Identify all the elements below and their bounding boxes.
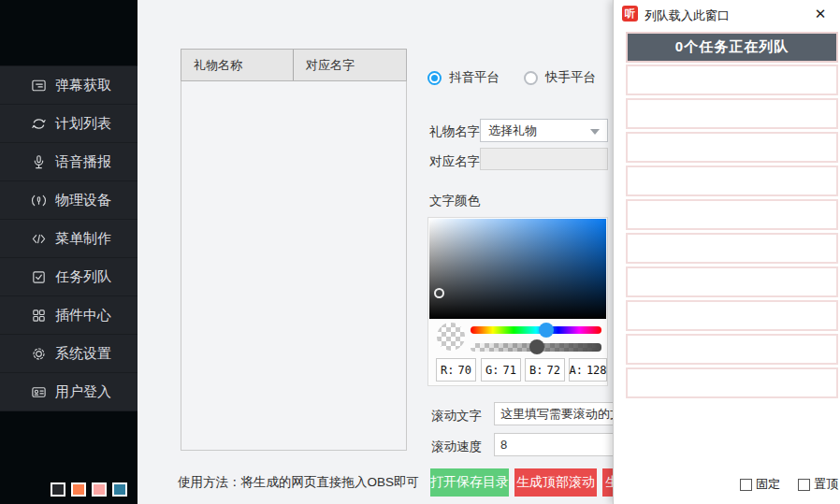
id-card-icon [31, 384, 47, 400]
radio-douyin-label: 抖音平台 [449, 69, 500, 86]
chevron-down-icon [590, 129, 600, 135]
gift-table-header: 礼物名称 对应名字 [181, 49, 407, 81]
queue-row [626, 132, 838, 163]
scroll-speed-input[interactable] [494, 433, 622, 456]
queue-status-header: 0个任务正在列队 [626, 32, 838, 63]
generate-top-scroll-button[interactable]: 生成顶部滚动 [514, 468, 597, 497]
physical-device-icon [31, 193, 47, 209]
platform-radio-group: 抖音平台 快手平台 [427, 69, 596, 86]
queue-row [626, 266, 838, 297]
queue-window: 听 列队载入此窗口 ✕ 0个任务正在列队 固定 置顶 [613, 0, 840, 504]
open-save-folder-button[interactable]: 打开保存目录 [430, 468, 509, 497]
theme-swatch-orange[interactable] [71, 482, 86, 497]
green-value: 71 [503, 364, 516, 377]
gear-icon [31, 346, 47, 362]
alpha-label: A: [569, 364, 582, 377]
blue-value-field[interactable]: B: 72 [525, 358, 565, 382]
column-header-mapped-name: 对应名字 [294, 50, 406, 80]
alpha-slider-handle[interactable] [529, 339, 544, 354]
sidebar-item-label: 任务列队 [55, 268, 111, 286]
sidebar-item-menu-maker[interactable]: 菜单制作 [0, 220, 138, 258]
gift-table-body [181, 81, 407, 451]
theme-swatch-dark[interactable] [51, 482, 65, 497]
queue-row [626, 367, 838, 398]
alpha-slider[interactable] [471, 343, 601, 352]
sidebar-item-label: 弹幕获取 [55, 77, 111, 94]
always-on-top-checkbox-box[interactable] [798, 479, 810, 491]
plan-refresh-icon [31, 116, 47, 132]
saturation-value-area[interactable] [429, 219, 606, 319]
gift-table: 礼物名称 对应名字 [181, 49, 407, 451]
always-on-top-checkbox-label: 置顶 [814, 476, 838, 493]
theme-swatches [51, 482, 127, 497]
gift-name-label: 礼物名字 [429, 123, 480, 140]
sidebar-item-label: 插件中心 [55, 307, 111, 324]
sidebar-item-user-login[interactable]: 用户登入 [0, 373, 138, 411]
mapped-name-label: 对应名字 [429, 153, 480, 170]
color-preview-swatch [437, 323, 465, 351]
app-listen-icon: 听 [622, 6, 638, 22]
sv-cursor-handle[interactable] [434, 288, 444, 298]
sidebar-item-voice[interactable]: 语音播报 [0, 143, 138, 181]
gift-select-dropdown[interactable]: 选择礼物 [480, 119, 608, 142]
queue-row [626, 300, 838, 331]
sidebar-item-danmaku[interactable]: 弹幕获取 [0, 66, 138, 105]
fixed-checkbox-label: 固定 [756, 476, 780, 493]
sidebar: 弹幕获取 计划列表 语音播报 物理设备 菜单制作 [0, 0, 138, 504]
theme-swatch-teal[interactable] [112, 482, 127, 497]
queue-row [626, 166, 838, 196]
hue-slider-handle[interactable] [539, 323, 554, 338]
scroll-text-label: 滚动文字 [431, 408, 482, 425]
alpha-value-field[interactable]: A: 128 [569, 358, 607, 382]
sidebar-item-label: 物理设备 [55, 192, 111, 209]
sidebar-item-label: 菜单制作 [55, 230, 111, 248]
queue-row [626, 334, 838, 365]
always-on-top-checkbox[interactable]: 置顶 [798, 476, 838, 493]
plugin-grid-icon [31, 308, 47, 324]
usage-note: 使用方法：将生成的网页直接拖入OBS即可 [178, 474, 419, 491]
sidebar-item-label: 用户登入 [55, 383, 111, 401]
fixed-checkbox-box[interactable] [740, 479, 752, 491]
scroll-speed-label: 滚动速度 [431, 439, 482, 455]
sidebar-item-label: 计划列表 [55, 115, 111, 133]
queue-row [626, 233, 838, 264]
red-value: 70 [458, 364, 471, 377]
sidebar-item-settings[interactable]: 系统设置 [0, 335, 138, 373]
sidebar-item-label: 语音播报 [55, 153, 111, 171]
gift-select-value: 选择礼物 [488, 122, 537, 139]
queue-row [626, 199, 838, 230]
scroll-text-input[interactable] [494, 402, 622, 425]
sidebar-item-plugin-center[interactable]: 插件中心 [0, 296, 138, 335]
blue-value: 72 [547, 364, 560, 377]
blue-label: B: [529, 364, 543, 377]
task-check-icon [31, 269, 47, 285]
mapped-name-input[interactable] [480, 148, 608, 170]
code-icon [31, 231, 47, 247]
queue-row [626, 65, 838, 95]
sidebar-item-device[interactable]: 物理设备 [0, 181, 138, 220]
hue-slider[interactable] [471, 326, 601, 334]
green-value-field[interactable]: G: 71 [481, 358, 521, 382]
theme-swatch-pink[interactable] [92, 482, 107, 497]
radio-douyin[interactable] [427, 71, 442, 85]
red-label: R: [441, 364, 454, 377]
alpha-value: 128 [587, 364, 607, 377]
radio-kuaishou[interactable] [524, 71, 538, 85]
red-value-field[interactable]: R: 70 [436, 358, 476, 382]
sidebar-item-plan-list[interactable]: 计划列表 [0, 105, 138, 143]
color-picker: R: 70 G: 71 B: 72 A: 128 [427, 217, 608, 386]
queue-window-title: 列队载入此窗口 [644, 7, 730, 24]
close-icon[interactable]: ✕ [810, 4, 831, 24]
sidebar-item-task-queue[interactable]: 任务列队 [0, 258, 138, 296]
radio-kuaishou-label: 快手平台 [545, 69, 596, 86]
queue-row [626, 98, 838, 129]
microphone-icon [31, 154, 47, 170]
sidebar-item-label: 系统设置 [55, 345, 111, 363]
column-header-gift-name: 礼物名称 [181, 50, 294, 80]
fixed-checkbox[interactable]: 固定 [740, 476, 780, 493]
sidebar-menu: 弹幕获取 计划列表 语音播报 物理设备 菜单制作 [0, 65, 138, 411]
green-label: G: [485, 364, 499, 377]
text-color-label: 文字颜色 [429, 193, 480, 209]
danmaku-icon [31, 78, 47, 94]
